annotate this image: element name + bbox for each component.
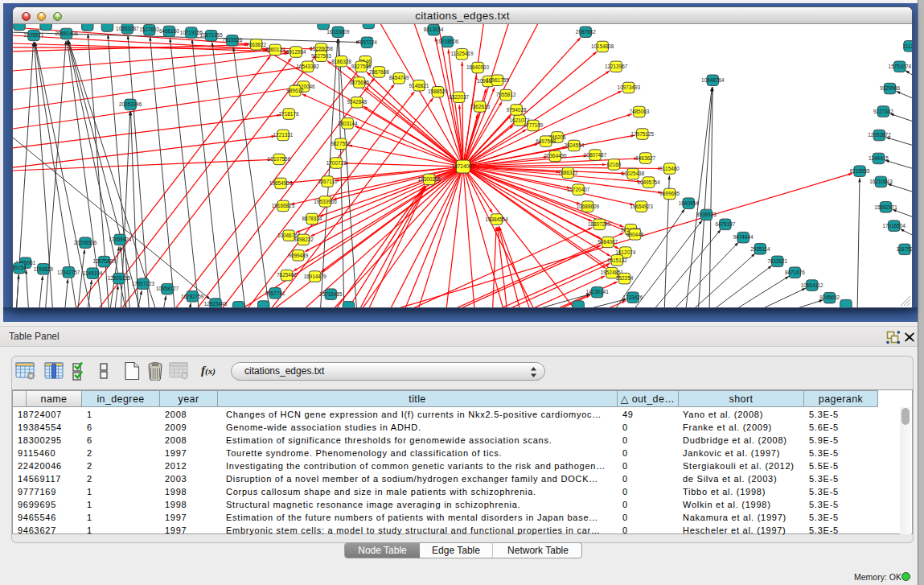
svg-text:19654923: 19654923 <box>630 204 653 209</box>
svg-text:16914479: 16914479 <box>303 274 326 279</box>
svg-text:1362615: 1362615 <box>470 104 490 109</box>
svg-text:8878334: 8878334 <box>302 216 322 221</box>
svg-text:15716485: 15716485 <box>319 291 343 297</box>
svg-text:10961755: 10961755 <box>486 77 509 83</box>
svg-text:20053346: 20053346 <box>119 101 142 107</box>
svg-text:19654963: 19654963 <box>269 180 293 186</box>
svg-text:1221331: 1221331 <box>273 132 294 138</box>
svg-text:18300295: 18300295 <box>417 176 441 182</box>
svg-text:1156829: 1156829 <box>34 266 54 272</box>
svg-text:1640954: 1640954 <box>679 200 699 206</box>
svg-text:9242848: 9242848 <box>347 99 367 105</box>
svg-text:19218506: 19218506 <box>436 39 459 44</box>
svg-text:1527602: 1527602 <box>139 27 159 32</box>
svg-text:2935114: 2935114 <box>750 246 770 252</box>
svg-text:20206536: 20206536 <box>74 240 97 245</box>
svg-text:10154808: 10154808 <box>591 43 614 49</box>
svg-text:8322037: 8322037 <box>449 94 469 100</box>
svg-text:19166825: 19166825 <box>272 203 295 208</box>
svg-text:7485063: 7485063 <box>629 109 649 114</box>
svg-text:7857224: 7857224 <box>357 39 377 45</box>
svg-text:1145194: 1145194 <box>83 270 103 276</box>
svg-text:16495754: 16495754 <box>637 179 660 185</box>
svg-text:10807487: 10807487 <box>584 152 607 158</box>
svg-text:10973493: 10973493 <box>618 84 641 90</box>
svg-text:10671355: 10671355 <box>199 32 223 38</box>
svg-text:2205571: 2205571 <box>24 32 44 38</box>
svg-text:12923448: 12923448 <box>204 301 228 307</box>
svg-text:16640910: 16640910 <box>466 64 490 70</box>
svg-text:15751074: 15751074 <box>889 64 912 69</box>
svg-text:11325419: 11325419 <box>451 51 474 56</box>
svg-text:989612: 989612 <box>286 88 304 93</box>
svg-text:20691406: 20691406 <box>55 31 78 36</box>
svg-text:1615132: 1615132 <box>607 257 627 263</box>
svg-text:3824554: 3824554 <box>564 142 584 148</box>
svg-text:6479197: 6479197 <box>715 221 735 227</box>
svg-text:10688609: 10688609 <box>577 204 600 209</box>
svg-text:9794028: 9794028 <box>507 107 527 113</box>
svg-text:15720407: 15720407 <box>567 187 590 192</box>
svg-text:12213967: 12213967 <box>605 64 628 69</box>
svg-text:9084067: 9084067 <box>598 239 618 245</box>
svg-text:7625402: 7625402 <box>277 272 297 278</box>
svg-text:7632621: 7632621 <box>767 258 787 264</box>
svg-text:10653287: 10653287 <box>116 26 139 31</box>
svg-text:1612074: 1612074 <box>615 249 635 255</box>
svg-text:17016504: 17016504 <box>882 223 906 229</box>
svg-text:8186328: 8186328 <box>331 59 351 64</box>
svg-text:3875685: 3875685 <box>349 80 369 85</box>
svg-text:1244415: 1244415 <box>869 155 889 161</box>
svg-text:2718176: 2718176 <box>279 111 299 117</box>
svg-text:12342757: 12342757 <box>57 270 80 275</box>
svg-text:9699695: 9699695 <box>659 191 680 196</box>
svg-text:990448: 990448 <box>626 232 644 237</box>
svg-text:10648764: 10648764 <box>701 77 725 83</box>
svg-text:9245652: 9245652 <box>819 295 840 300</box>
svg-text:8471676: 8471676 <box>785 270 805 275</box>
svg-text:6497568: 6497568 <box>536 138 556 144</box>
svg-text:12505135: 12505135 <box>108 275 131 281</box>
svg-text:252254: 252254 <box>616 275 634 281</box>
svg-text:8454749: 8454749 <box>389 75 409 80</box>
svg-text:9327503: 9327503 <box>311 53 331 59</box>
svg-text:1733426: 1733426 <box>623 295 643 300</box>
svg-text:10975887: 10975887 <box>92 258 116 264</box>
svg-text:14136141: 14136141 <box>585 289 609 295</box>
svg-text:39154: 39154 <box>13 265 27 270</box>
svg-text:9474444: 9474444 <box>733 234 754 240</box>
svg-text:3498222: 3498222 <box>294 237 314 242</box>
svg-text:9099489: 9099489 <box>288 253 308 258</box>
svg-text:17975125: 17975125 <box>631 131 655 137</box>
svg-text:20364436: 20364436 <box>544 153 567 159</box>
svg-text:17957223: 17957223 <box>132 281 155 286</box>
svg-text:8938923: 8938923 <box>696 212 717 217</box>
svg-text:8215955: 8215955 <box>850 168 870 174</box>
svg-text:9146821: 9146821 <box>409 83 429 89</box>
svg-text:8860124: 8860124 <box>265 47 285 52</box>
svg-text:9463627: 9463627 <box>635 155 655 161</box>
svg-text:16210643: 16210643 <box>869 179 893 184</box>
svg-text:3267110: 3267110 <box>318 179 338 184</box>
svg-text:10025438: 10025438 <box>622 171 645 176</box>
svg-text:2087682: 2087682 <box>576 29 596 35</box>
svg-text:6466160: 6466160 <box>159 28 179 34</box>
svg-text:15692971: 15692971 <box>874 204 897 210</box>
svg-text:1621072: 1621072 <box>510 117 530 123</box>
svg-text:8813054: 8813054 <box>424 27 444 32</box>
svg-text:16033809: 16033809 <box>326 29 350 35</box>
svg-text:116753: 116753 <box>896 246 912 252</box>
svg-text:9827552: 9827552 <box>331 141 351 146</box>
svg-text:19384554: 19384554 <box>485 216 508 222</box>
svg-text:16782759: 16782759 <box>181 294 204 299</box>
svg-text:16107556: 16107556 <box>268 156 291 162</box>
svg-text:10654112: 10654112 <box>801 282 823 288</box>
svg-text:62160: 62160 <box>607 162 622 167</box>
svg-text:11124: 11124 <box>903 43 912 49</box>
svg-text:9657791: 9657791 <box>265 290 285 296</box>
svg-text:1588520: 1588520 <box>428 89 448 94</box>
svg-text:7886322: 7886322 <box>558 170 578 175</box>
svg-text:2867608: 2867608 <box>369 69 389 75</box>
svg-text:9329966: 9329966 <box>880 85 900 91</box>
svg-text:7955812: 7955812 <box>496 92 516 97</box>
